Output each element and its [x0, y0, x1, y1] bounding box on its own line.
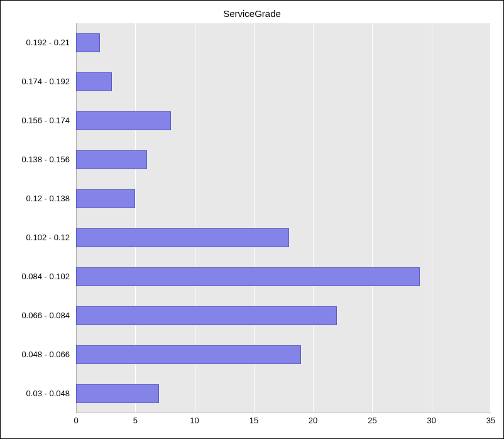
x-tick-label: 0: [63, 416, 89, 425]
y-tick-label: 0.066 - 0.084: [7, 306, 70, 325]
bar-0.138-0.156: [76, 150, 147, 169]
x-tick-label: 20: [300, 416, 326, 425]
bar-0.156-0.174: [76, 111, 171, 130]
x-tick-label: 30: [419, 416, 444, 425]
y-tick-label: 0.03 - 0.048: [7, 384, 70, 403]
x-tick-label: 35: [478, 416, 503, 425]
gridline-30: [432, 23, 432, 413]
gridline-25: [372, 23, 373, 413]
x-tick-label: 25: [359, 416, 385, 425]
bar-0.192-0.21: [76, 33, 100, 52]
bar-0.03-0.048: [76, 384, 159, 403]
y-tick-label: 0.048 - 0.066: [7, 345, 70, 364]
chart-frame: ServiceGrade 0.192 - 0.21 0.174 - 0.192 …: [0, 0, 504, 439]
gridline-20: [313, 23, 314, 413]
bar-0.066-0.084: [76, 306, 337, 325]
bar-0.174-0.192: [76, 72, 112, 91]
y-tick-label: 0.12 - 0.138: [7, 189, 70, 208]
y-tick-label: 0.084 - 0.102: [7, 267, 70, 286]
y-tick-label: 0.102 - 0.12: [7, 228, 70, 247]
x-tick-label: 5: [123, 416, 148, 425]
y-tick-label: 0.156 - 0.174: [7, 111, 70, 130]
x-tick-label: 15: [241, 416, 266, 425]
x-tick-label: 10: [182, 416, 207, 425]
bar-0.102-0.12: [76, 228, 289, 247]
bar-0.12-0.138: [76, 189, 135, 208]
x-axis-line: [76, 413, 491, 413]
plot-area: [76, 23, 491, 413]
bar-0.084-0.102: [76, 267, 420, 286]
bar-0.048-0.066: [76, 345, 301, 364]
y-tick-label: 0.138 - 0.156: [7, 150, 70, 169]
y-tick-label: 0.174 - 0.192: [7, 72, 70, 91]
y-tick-label: 0.192 - 0.21: [7, 33, 70, 52]
gridline-35: [490, 23, 491, 413]
chart-title: ServiceGrade: [1, 8, 503, 19]
